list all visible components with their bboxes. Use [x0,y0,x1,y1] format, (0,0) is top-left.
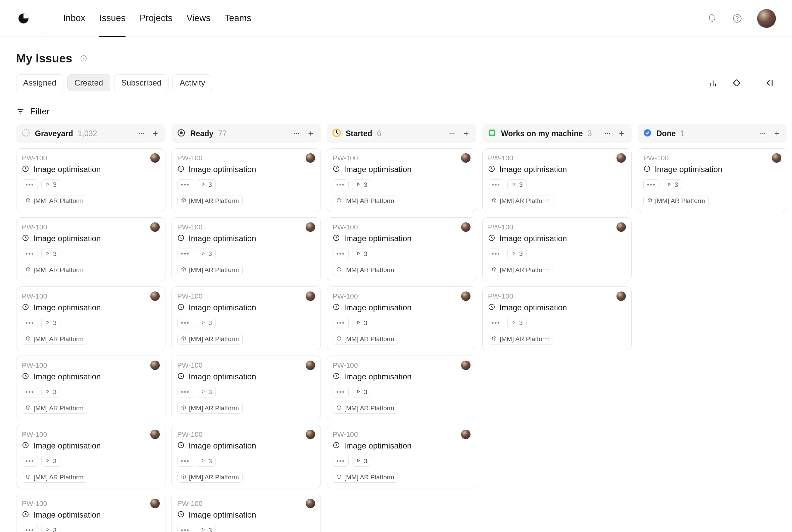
page-title-action[interactable] [79,54,88,62]
issue-card[interactable]: PW-100Image optimisation•••3[MM] AR Plat… [16,148,165,212]
assignee-avatar[interactable] [150,222,160,232]
assignee-avatar[interactable] [150,291,160,301]
subtasks-chip[interactable]: 3 [197,387,216,398]
project-chip[interactable]: [MM] AR Platform [488,195,553,206]
project-chip[interactable]: [MM] AR Platform [22,195,87,206]
seg-tab-created[interactable]: Created [68,74,110,91]
subtasks-chip[interactable]: 3 [197,318,216,328]
subtasks-chip[interactable]: 3 [352,456,371,467]
issue-card[interactable]: PW-100Image optimisation•••3[MM] AR Plat… [16,286,165,350]
assignee-avatar[interactable] [150,153,160,163]
nav-link-inbox[interactable]: Inbox [63,0,85,37]
more-chip[interactable]: ••• [488,318,504,328]
assignee-avatar[interactable] [616,291,626,301]
more-chip[interactable]: ••• [643,179,660,190]
insights-button[interactable] [706,76,720,90]
issue-card[interactable]: PW-100Image optimisation•••3[MM] AR Plat… [16,425,165,488]
subtasks-chip[interactable]: 3 [197,249,216,259]
project-chip[interactable]: [MM] AR Platform [177,265,243,276]
more-chip[interactable]: ••• [333,456,349,467]
help-button[interactable] [732,13,743,24]
seg-tab-activity[interactable]: Activity [172,74,212,91]
subtasks-chip[interactable]: 3 [41,456,60,467]
project-chip[interactable]: [MM] AR Platform [22,403,87,414]
issue-card[interactable]: PW-100Image optimisation•••3[MM] AR Plat… [171,494,321,532]
column-more-button[interactable] [447,129,457,138]
project-chip[interactable]: [MM] AR Platform [177,403,243,414]
more-chip[interactable]: ••• [177,387,193,398]
subtasks-chip[interactable]: 3 [41,525,60,532]
project-chip[interactable]: [MM] AR Platform [333,403,398,414]
issue-card[interactable]: PW-100Image optimisation•••3[MM] AR Plat… [16,217,165,281]
assignee-avatar[interactable] [616,222,626,232]
project-chip[interactable]: [MM] AR Platform [177,195,243,206]
nav-link-issues[interactable]: Issues [99,0,126,37]
issue-card[interactable]: PW-100Image optimisation•••3[MM] AR Plat… [482,286,631,350]
project-chip[interactable]: [MM] AR Platform [22,265,87,276]
more-chip[interactable]: ••• [22,387,38,398]
assignee-avatar[interactable] [772,153,781,163]
issue-card[interactable]: PW-100Image optimisation•••3[MM] AR Plat… [171,148,321,212]
nav-link-projects[interactable]: Projects [140,0,172,37]
issue-card[interactable]: PW-100Image optimisation•••3[MM] AR Plat… [171,356,321,419]
assignee-avatar[interactable] [150,361,160,370]
issue-card[interactable]: PW-100Image optimisation•••3[MM] AR Plat… [638,148,787,212]
more-chip[interactable]: ••• [488,179,504,190]
issue-card[interactable]: PW-100Image optimisation•••3[MM] AR Plat… [482,148,631,212]
assignee-avatar[interactable] [150,430,160,439]
display-options-button[interactable] [730,76,743,90]
column-add-button[interactable] [306,129,315,138]
issue-card[interactable]: PW-100Image optimisation•••3[MM] AR Plat… [171,286,321,350]
filter-row[interactable]: Filter [0,99,792,124]
project-chip[interactable]: [MM] AR Platform [643,195,709,206]
logo[interactable] [0,0,47,37]
project-chip[interactable]: [MM] AR Platform [177,334,243,344]
project-chip[interactable]: [MM] AR Platform [333,472,398,483]
assignee-avatar[interactable] [616,153,626,163]
more-chip[interactable]: ••• [177,249,193,259]
issue-card[interactable]: PW-100Image optimisation•••3[MM] AR Plat… [16,494,165,532]
column-more-button[interactable] [136,129,146,138]
subtasks-chip[interactable]: 3 [352,387,371,398]
subtasks-chip[interactable]: 3 [41,179,60,190]
more-chip[interactable]: ••• [177,318,193,328]
more-chip[interactable]: ••• [22,318,38,328]
assignee-avatar[interactable] [461,430,471,439]
project-chip[interactable]: [MM] AR Platform [22,334,87,344]
more-chip[interactable]: ••• [22,249,38,259]
more-chip[interactable]: ••• [488,249,504,259]
column-more-button[interactable] [758,129,768,138]
assignee-avatar[interactable] [306,499,315,508]
subtasks-chip[interactable]: 3 [352,318,371,328]
more-chip[interactable]: ••• [333,179,349,190]
issue-card[interactable]: PW-100Image optimisation•••3[MM] AR Plat… [327,425,476,488]
notifications-button[interactable] [706,13,718,24]
assignee-avatar[interactable] [150,499,160,508]
more-chip[interactable]: ••• [333,318,349,328]
seg-tab-assigned[interactable]: Assigned [16,74,63,91]
assignee-avatar[interactable] [306,222,315,232]
assignee-avatar[interactable] [461,222,471,232]
project-chip[interactable]: [MM] AR Platform [22,472,87,483]
issue-card[interactable]: PW-100Image optimisation•••3[MM] AR Plat… [327,286,476,350]
project-chip[interactable]: [MM] AR Platform [333,265,398,276]
issue-card[interactable]: PW-100Image optimisation•••3[MM] AR Plat… [171,217,321,281]
more-chip[interactable]: ••• [177,456,193,467]
subtasks-chip[interactable]: 3 [508,318,527,328]
more-chip[interactable]: ••• [22,525,38,532]
assignee-avatar[interactable] [461,361,471,370]
column-more-button[interactable] [603,129,612,138]
issue-card[interactable]: PW-100Image optimisation•••3[MM] AR Plat… [482,217,631,281]
subtasks-chip[interactable]: 3 [41,387,60,398]
subtasks-chip[interactable]: 3 [41,318,60,328]
assignee-avatar[interactable] [306,153,315,163]
issue-card[interactable]: PW-100Image optimisation•••3[MM] AR Plat… [327,217,476,281]
assignee-avatar[interactable] [306,430,315,439]
nav-link-teams[interactable]: Teams [224,0,251,37]
subtasks-chip[interactable]: 3 [197,525,216,532]
subtasks-chip[interactable]: 3 [508,179,527,190]
assignee-avatar[interactable] [461,291,471,301]
more-chip[interactable]: ••• [22,456,38,467]
issue-card[interactable]: PW-100Image optimisation•••3[MM] AR Plat… [327,356,476,419]
subtasks-chip[interactable]: 3 [197,456,216,467]
